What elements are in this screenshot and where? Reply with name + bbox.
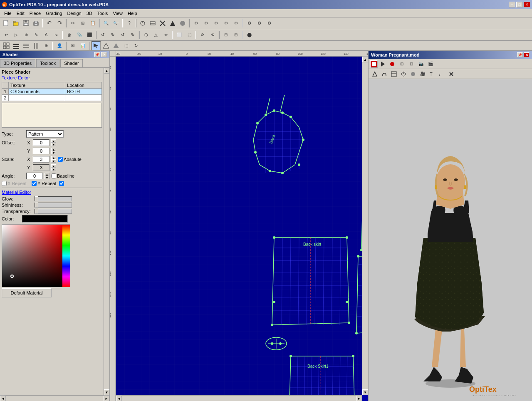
undo-button[interactable] (45, 19, 54, 28)
color-picker-area[interactable] (2, 224, 70, 287)
viewer-tb-4[interactable]: ⊞ (397, 59, 406, 69)
redo-button[interactable] (55, 19, 64, 28)
viewer-tb2-6[interactable]: 🎥 (418, 69, 427, 79)
type-select[interactable]: Pattern Solid (26, 130, 64, 138)
tb2-7[interactable]: 🗑 (65, 30, 74, 40)
tab-shader[interactable]: Shader (60, 59, 82, 67)
offset-x-up[interactable]: ▲ (51, 139, 56, 143)
v-scroll-track-canvas[interactable] (362, 62, 368, 389)
menu-piece[interactable]: Piece (27, 10, 44, 17)
tb-extra-4[interactable] (168, 19, 177, 28)
tb3-9[interactable] (101, 41, 111, 50)
angle-input[interactable] (26, 173, 43, 179)
texture-path-1[interactable]: C:\Documents (9, 89, 65, 95)
tb2-16[interactable]: ⇔ (161, 30, 171, 40)
tb2-15[interactable]: △ (151, 30, 161, 40)
tb-extra-10[interactable]: ⚙ (231, 19, 240, 28)
viewer-tb-record[interactable] (388, 59, 397, 69)
angle-down[interactable]: ▼ (45, 176, 49, 179)
y-repeat-extra[interactable] (59, 181, 64, 186)
menu-3d[interactable]: 3D (84, 10, 95, 17)
offset-x-down[interactable]: ▼ (51, 143, 56, 146)
copy-button[interactable]: ⊞ (78, 19, 87, 28)
open-button[interactable] (12, 19, 21, 28)
print-button[interactable] (32, 19, 41, 28)
viewer-tb2-2[interactable] (380, 69, 389, 79)
tb2-17[interactable]: ⬜ (175, 30, 184, 40)
tb3-3[interactable] (22, 41, 31, 50)
shader-close-button[interactable]: ✕ (101, 52, 107, 57)
zoom-in[interactable]: 🔍 (101, 19, 111, 28)
h-scroll-track[interactable] (122, 396, 356, 401)
tb2-22[interactable]: ⊞ (231, 30, 240, 40)
offset-x-input[interactable] (33, 139, 49, 146)
tb2-4[interactable]: ✎ (32, 30, 41, 40)
scroll-down[interactable]: ▼ (104, 389, 110, 395)
tb3-5[interactable]: ⊕ (42, 41, 51, 50)
tb-extra-2[interactable] (148, 19, 157, 28)
tb-extra-6[interactable]: ⚙ (191, 19, 200, 28)
tb3-cursor[interactable] (92, 41, 101, 50)
tb2-12[interactable]: ↺ (118, 30, 127, 40)
cut-button[interactable]: ✂ (68, 19, 77, 28)
h-scroll-right[interactable]: ► (356, 396, 362, 401)
hscroll-track[interactable] (6, 396, 104, 401)
scale-y-down[interactable]: ▼ (51, 168, 56, 171)
paste-button[interactable]: 📋 (88, 19, 97, 28)
tb2-18[interactable]: ⬚ (185, 30, 194, 40)
color-hue-strip[interactable] (62, 225, 70, 287)
tb2-19[interactable]: ⟳ (198, 30, 207, 40)
tb-extra-1[interactable] (138, 19, 147, 28)
offset-y-input[interactable] (33, 148, 49, 154)
shader-pin-button[interactable]: 📌 (94, 52, 100, 57)
tb2-1[interactable]: ↩ (2, 30, 11, 40)
texture-row-2[interactable]: 2 (2, 95, 102, 101)
tab-3d-properties[interactable]: 3D Properties (0, 59, 35, 67)
tb3-11[interactable]: ⬚ (121, 41, 131, 50)
tb2-13[interactable]: ↻ (128, 30, 137, 40)
tb2-21[interactable]: ⊟ (221, 30, 230, 40)
tb3-1[interactable] (2, 41, 11, 50)
tb3-6[interactable]: 👤 (55, 41, 64, 50)
zoom-out[interactable]: 🔍− (111, 19, 121, 28)
tb3-4[interactable] (32, 41, 41, 50)
tb2-6[interactable]: ∿ (52, 30, 61, 40)
angle-up[interactable]: ▲ (45, 173, 49, 176)
menu-edit[interactable]: Edit (14, 10, 27, 17)
tb2-8[interactable]: 📎 (75, 30, 84, 40)
help-btn[interactable]: ? (125, 19, 134, 28)
menu-tools[interactable]: Tools (95, 10, 111, 17)
y-repeat-checkbox[interactable] (32, 181, 37, 186)
viewer-tb2-8[interactable]: i (437, 69, 446, 79)
tb2-11[interactable]: ↻ (108, 30, 117, 40)
tb-extra-3[interactable] (158, 19, 167, 28)
baseline-checkbox[interactable] (51, 173, 56, 178)
v-scroll-down-canvas[interactable]: ▼ (362, 389, 368, 395)
tb3-12[interactable]: ↻ (131, 41, 141, 50)
tb2-23[interactable]: ⬤ (245, 30, 254, 40)
tb2-3[interactable]: ⊕ (22, 30, 31, 40)
scale-x-down[interactable]: ▼ (51, 159, 56, 163)
tb2-20[interactable]: ⟲ (208, 30, 217, 40)
viewer-tb-7[interactable]: 🎬 (426, 59, 435, 69)
menu-design[interactable]: Design (64, 10, 84, 17)
tb2-14[interactable]: ⬡ (141, 30, 151, 40)
tb-extra-11[interactable]: ⚙ (245, 19, 254, 28)
menu-help[interactable]: Help (125, 10, 140, 17)
tb-extra-7[interactable]: ⚙ (201, 19, 210, 28)
maximize-button[interactable]: □ (516, 2, 523, 7)
viewer-tb-5[interactable]: ⊟ (407, 59, 416, 69)
tb-extra-5[interactable] (178, 19, 187, 28)
transparency-slider[interactable] (35, 209, 72, 214)
tb3-7[interactable]: ✉ (68, 41, 77, 50)
tb3-8[interactable]: 📊 (78, 41, 87, 50)
hscroll-right[interactable]: ► (104, 396, 109, 401)
hscroll-left[interactable]: ◄ (0, 396, 6, 401)
texture-path-2[interactable] (9, 95, 65, 101)
scale-y-input[interactable] (33, 164, 49, 171)
texture-loc-2[interactable] (65, 95, 102, 101)
tb3-2[interactable] (12, 41, 21, 50)
menu-file[interactable]: File (2, 10, 14, 17)
absolute-checkbox[interactable] (58, 157, 63, 162)
viewer-tb-6[interactable]: 📷 (416, 59, 426, 69)
